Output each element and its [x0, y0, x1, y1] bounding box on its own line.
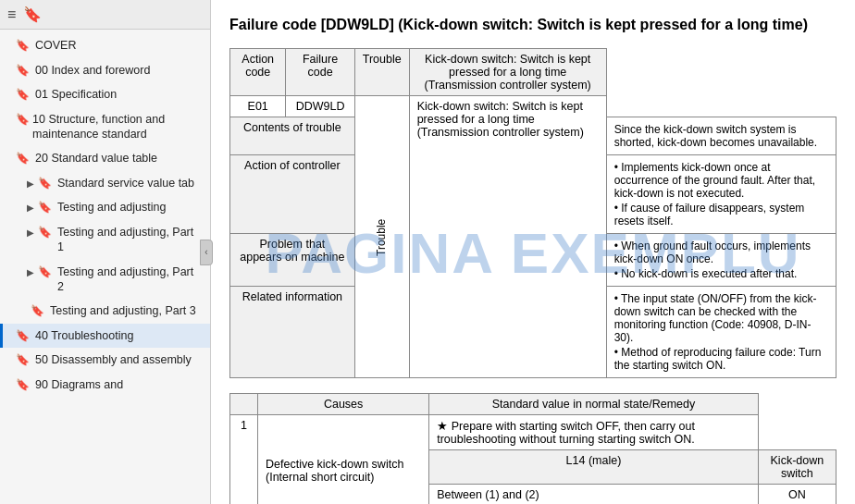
sidebar-item-testing-p2[interactable]: ▶🔖Testing and adjusting, Part 2	[0, 260, 210, 300]
menu-icon[interactable]: ≡	[7, 6, 16, 23]
arrow-icon: ▶	[27, 266, 34, 278]
sidebar-item-label: 01 Specification	[35, 87, 117, 102]
bookmark-icon: 🔖	[16, 88, 30, 103]
bookmark-icon: 🔖	[38, 177, 52, 191]
sidebar-item-label: 00 Index and foreword	[35, 63, 150, 78]
row-content: • Implements kick-down once at occurrenc…	[606, 155, 836, 234]
bookmark-icon: 🔖	[16, 39, 30, 54]
sidebar-item-40-trouble[interactable]: 🔖40 Troubleshooting	[0, 324, 210, 349]
action-code-value: E01	[230, 96, 286, 117]
arrow-icon: ▶	[27, 227, 34, 239]
measurement-header: Kick-down switch	[758, 450, 836, 485]
failure-code-value: DDW9LD	[286, 96, 354, 117]
main-content: PAGINA EXEMPLU Failure code [DDW9LD] (Ki…	[211, 0, 855, 504]
bookmark-icon: 🔖	[16, 64, 30, 79]
remedy-text: ★ Prepare with starting switch OFF, then…	[429, 415, 759, 450]
bookmark-icon: 🔖	[16, 113, 27, 128]
bookmark-icon: 🔖	[31, 304, 44, 319]
info-table: Action code Failure code Trouble Kick-do…	[229, 48, 836, 378]
sidebar-item-label: Testing and adjusting, Part 3	[50, 303, 196, 318]
arrow-icon: ▶	[27, 178, 34, 190]
sidebar-item-label: 50 Disassembly and assembly	[35, 352, 192, 367]
sidebar-item-label: 10 Structure, function and maintenance s…	[32, 112, 203, 142]
sidebar-item-20-standard[interactable]: 🔖20 Standard value table	[0, 146, 210, 171]
sidebar-item-label: 20 Standard value table	[35, 151, 157, 166]
sidebar-item-label: Testing and adjusting, Part 2	[57, 264, 203, 295]
causes-col-header: Causes	[258, 394, 429, 415]
causes-row: 1Defective kick-down switch (Internal sh…	[230, 415, 836, 450]
bookmark-icon: 🔖	[16, 353, 30, 368]
row-label: Contents of trouble	[230, 117, 355, 155]
trouble-cell: Trouble	[354, 96, 409, 378]
description-cell: Kick-down switch: Switch is kept pressed…	[409, 96, 606, 378]
cause-text: Defective kick-down switch (Internal sho…	[258, 415, 429, 504]
bookmark-icon: 🔖	[38, 226, 52, 240]
sidebar-item-label: 40 Troubleshooting	[35, 328, 133, 343]
bookmark-icon: 🔖	[16, 378, 30, 393]
bookmark-icon: 🔖	[16, 152, 30, 166]
cause-num: 1	[230, 415, 258, 504]
sidebar-item-testing-adj[interactable]: ▶🔖Testing and adjusting	[0, 195, 210, 220]
sidebar-item-testing-p1[interactable]: ▶🔖Testing and adjusting, Part 1	[0, 220, 210, 260]
col-action-code-header: Action code	[230, 49, 286, 96]
bookmark-toolbar-icon[interactable]: 🔖	[23, 6, 42, 23]
row-label: Action of controller	[230, 155, 355, 234]
between-label: Between (1) and (2)	[429, 485, 759, 504]
sidebar-item-label: Standard service value tab	[57, 176, 194, 191]
sidebar-item-cover[interactable]: 🔖COVER	[0, 33, 210, 58]
remedy-col-header: Standard value in normal state/Remedy	[429, 394, 759, 415]
sidebar-list: 🔖COVER🔖00 Index and foreword🔖01 Specific…	[0, 30, 210, 504]
col-failure-code-header: Failure code	[286, 49, 354, 96]
arrow-icon: ▶	[27, 202, 34, 214]
causes-num-header	[230, 394, 258, 415]
sidebar-item-testing-p3[interactable]: 🔖Testing and adjusting, Part 3	[0, 299, 210, 324]
sidebar-item-label: Testing and adjusting	[57, 200, 166, 215]
sidebar-toolbar: ≡ 🔖	[0, 0, 210, 30]
sidebar-item-10-structure[interactable]: 🔖10 Structure, function and maintenance …	[0, 107, 210, 147]
bookmark-icon: 🔖	[38, 201, 52, 215]
row-content: • The input state (ON/OFF) from the kick…	[606, 287, 836, 378]
row-label: Related information	[230, 287, 355, 378]
on-value: ON	[758, 485, 836, 504]
row-content: Since the kick-down switch system is sho…	[606, 117, 836, 155]
sidebar-item-50-disassembly[interactable]: 🔖50 Disassembly and assembly	[0, 348, 210, 373]
sidebar-collapse-button[interactable]: ‹	[200, 240, 213, 265]
col-trouble-header: Trouble	[354, 49, 409, 96]
sidebar-item-00-index[interactable]: 🔖00 Index and foreword	[0, 58, 210, 83]
bookmark-icon: 🔖	[38, 265, 52, 280]
causes-table: Causes Standard value in normal state/Re…	[229, 393, 836, 504]
sidebar: ≡ 🔖 🔖COVER🔖00 Index and foreword🔖01 Spec…	[0, 0, 211, 504]
bookmark-icon: 🔖	[16, 329, 30, 344]
row-label: Problem that appears on machine	[230, 234, 355, 287]
sidebar-item-01-spec[interactable]: 🔖01 Specification	[0, 82, 210, 107]
sidebar-item-standard-service[interactable]: ▶🔖Standard service value tab	[0, 171, 210, 196]
connector-header: L14 (male)	[429, 450, 759, 485]
row-content: • When ground fault occurs, implements k…	[606, 234, 836, 287]
sidebar-item-label: COVER	[35, 38, 76, 53]
col-description-header: Kick-down switch: Switch is kept pressed…	[409, 49, 606, 96]
sidebar-item-label: Testing and adjusting, Part 1	[57, 225, 203, 255]
page-title: Failure code [DDW9LD] (Kick-down switch:…	[229, 15, 836, 35]
sidebar-item-label: 90 Diagrams and	[35, 377, 123, 392]
sidebar-item-90-diagrams[interactable]: 🔖90 Diagrams and	[0, 373, 210, 398]
